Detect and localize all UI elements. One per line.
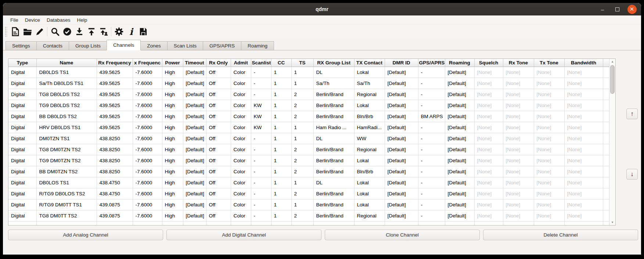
channel-cell[interactable]: Lokal xyxy=(354,199,385,210)
channel-cell[interactable]: 439.0875 xyxy=(97,199,133,210)
channel-cell[interactable]: 1 xyxy=(291,122,313,133)
channel-cell[interactable]: - xyxy=(418,199,445,210)
channel-cell[interactable]: [None] xyxy=(503,89,534,100)
tab-group-lists[interactable]: Group Lists xyxy=(69,41,107,50)
channel-cell[interactable]: 439.5625 xyxy=(97,122,133,133)
channel-cell[interactable]: [Default] xyxy=(385,67,418,78)
channel-cell[interactable]: [None] xyxy=(503,166,534,177)
channel-cell[interactable]: - xyxy=(251,89,271,100)
channel-cell[interactable]: -7.6000 xyxy=(133,177,162,188)
channel-cell[interactable]: Off xyxy=(206,133,231,144)
channel-row[interactable]: DigitalBB DB0LDS TS2439.5625-7.6000High[… xyxy=(8,111,609,122)
channel-cell[interactable]: Digital xyxy=(8,133,36,144)
channel-cell[interactable]: - xyxy=(418,166,445,177)
channel-cell[interactable]: [Default] xyxy=(445,166,474,177)
channel-cell[interactable]: [None] xyxy=(503,111,534,122)
column-header-ts[interactable]: TS xyxy=(291,59,313,67)
channel-cell[interactable]: [Default] xyxy=(385,188,418,199)
channel-cell[interactable]: Berlin/Brand xyxy=(313,111,354,122)
channel-cell[interactable]: - xyxy=(418,100,445,111)
channel-cell[interactable]: [None] xyxy=(474,89,503,100)
channel-cell[interactable]: 1 xyxy=(291,133,313,144)
channel-cell[interactable]: Digital xyxy=(8,111,36,122)
find-device-button[interactable] xyxy=(49,26,61,38)
channel-cell[interactable]: 2 xyxy=(291,100,313,111)
tab-zones[interactable]: Zones xyxy=(140,41,167,50)
channel-cell[interactable]: Berlin/Brand xyxy=(313,100,354,111)
channel-cell[interactable]: TG8 DM0TZN TS2 xyxy=(36,144,97,155)
channel-cell[interactable]: Color xyxy=(231,78,251,89)
channel-cell[interactable]: 1 xyxy=(271,67,291,78)
tab-scan-lists[interactable]: Scan Lists xyxy=(167,41,203,50)
channel-cell[interactable]: [None] xyxy=(564,166,603,177)
channel-cell[interactable]: - xyxy=(418,133,445,144)
channel-cell[interactable]: [None] xyxy=(474,155,503,166)
channel-cell[interactable]: Color xyxy=(231,133,251,144)
channel-cell[interactable]: [None] xyxy=(534,166,564,177)
channel-cell[interactable]: KW xyxy=(251,111,271,122)
save-button[interactable] xyxy=(137,26,149,38)
channel-cell[interactable]: - xyxy=(251,199,271,210)
channel-cell[interactable]: [None] xyxy=(534,155,564,166)
channel-cell[interactable]: [Default] xyxy=(445,78,474,89)
channel-cell[interactable]: [Default] xyxy=(445,210,474,221)
download-codeplug-button[interactable] xyxy=(73,26,85,38)
channel-cell[interactable]: Lokal xyxy=(354,177,385,188)
channel-cell[interactable]: [None] xyxy=(474,188,503,199)
tab-gps-aprs[interactable]: GPS/APRS xyxy=(203,41,241,50)
channel-row[interactable]: DigitalR/TG9 DB0LOS TS2438.4750-7.6000Hi… xyxy=(8,188,609,199)
channel-cell[interactable]: Digital xyxy=(8,100,36,111)
scrollbar-thumb[interactable] xyxy=(610,65,615,94)
channel-cell[interactable]: - xyxy=(251,144,271,155)
channel-cell[interactable]: DM0TZN TS1 xyxy=(36,133,97,144)
channel-row[interactable]: DigitalTG9 DB0LDS TS2439.5625-7.6000High… xyxy=(8,100,609,111)
channel-cell[interactable]: [Default] xyxy=(183,67,206,78)
channel-cell[interactable]: - xyxy=(418,177,445,188)
channel-cell[interactable]: 438.8250 xyxy=(97,144,133,155)
settings-button[interactable] xyxy=(113,26,125,38)
channel-cell[interactable]: R/TG9 DM0TT TS1 xyxy=(36,199,97,210)
column-header-bandwidth[interactable]: Bandwidth xyxy=(564,59,603,67)
channel-cell[interactable]: High xyxy=(162,199,183,210)
channel-cell[interactable]: [None] xyxy=(564,144,603,155)
column-header-roaming[interactable]: Roaming xyxy=(445,59,474,67)
channel-cell[interactable]: -7.6000 xyxy=(133,100,162,111)
channel-cell[interactable]: Lokal xyxy=(354,188,385,199)
channel-cell[interactable]: [Default] xyxy=(445,177,474,188)
channel-cell[interactable]: [None] xyxy=(534,144,564,155)
clone-channel-button[interactable]: Clone Channel xyxy=(325,230,480,240)
channel-cell[interactable]: Color xyxy=(231,67,251,78)
channel-cell[interactable]: - xyxy=(418,188,445,199)
channel-cell[interactable]: Berlin/Brand xyxy=(313,144,354,155)
channel-cell[interactable]: 438.8250 xyxy=(97,133,133,144)
channel-cell[interactable]: DB0LDS TS1 xyxy=(36,67,97,78)
channel-cell[interactable]: Berlin/Brand xyxy=(313,199,354,210)
channel-cell[interactable]: - xyxy=(251,210,271,221)
verify-button[interactable] xyxy=(61,26,73,38)
channel-cell[interactable]: -7.6000 xyxy=(133,199,162,210)
column-header-name[interactable]: Name xyxy=(36,59,97,67)
minimize-button[interactable]: – xyxy=(596,3,609,15)
channel-cell[interactable]: Color xyxy=(231,177,251,188)
column-header-x-frequenc[interactable]: x Frequenc xyxy=(133,59,162,67)
channel-cell[interactable]: [None] xyxy=(474,210,503,221)
channel-cell[interactable]: 1 xyxy=(271,133,291,144)
channel-cell[interactable]: TG9 DB0LDS TS2 xyxy=(36,100,97,111)
channel-cell[interactable]: [Default] xyxy=(183,78,206,89)
channel-cell[interactable]: [Default] xyxy=(445,122,474,133)
channel-cell[interactable]: -7.6000 xyxy=(133,78,162,89)
channel-cell[interactable]: Digital xyxy=(8,67,36,78)
channel-cell[interactable]: 439.5625 xyxy=(97,100,133,111)
channel-cell[interactable]: [Default] xyxy=(183,89,206,100)
channel-cell[interactable]: Digital xyxy=(8,155,36,166)
channel-row[interactable]: DigitalBB DM0TZN TS2438.8250-7.6000High[… xyxy=(8,166,609,177)
channel-cell[interactable]: - xyxy=(418,144,445,155)
channel-cell[interactable]: High xyxy=(162,144,183,155)
channel-cell[interactable]: 2 xyxy=(291,111,313,122)
column-header-rx-group-list[interactable]: RX Group List xyxy=(313,59,354,67)
channel-cell[interactable]: Berlin/Brand xyxy=(313,89,354,100)
channel-cell[interactable]: [Default] xyxy=(385,111,418,122)
channel-cell[interactable]: Color xyxy=(231,166,251,177)
scroll-up-arrow-icon[interactable]: ▲ xyxy=(609,59,615,64)
channel-cell[interactable]: 1 xyxy=(271,177,291,188)
